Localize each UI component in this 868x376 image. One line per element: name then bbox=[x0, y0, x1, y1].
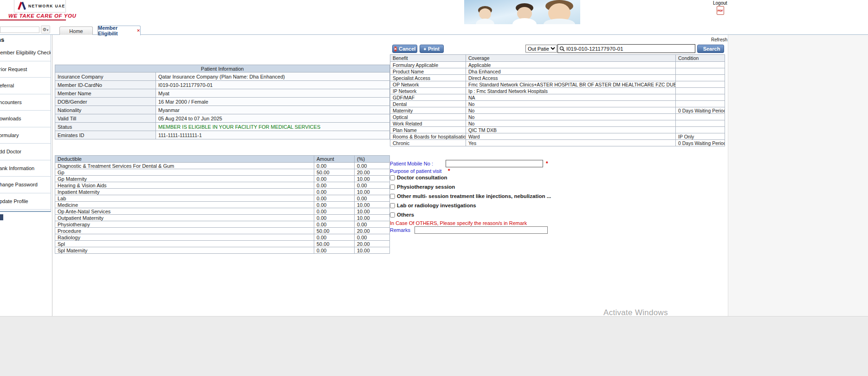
field-label: Status bbox=[55, 123, 156, 131]
checkbox-label: Physiotherapy session bbox=[397, 184, 455, 190]
column-header: Amount bbox=[314, 156, 355, 163]
checkbox-physiotherapy-session[interactable] bbox=[390, 185, 395, 190]
table-row: IP NetworkIp : Fmc Standard Network Hosp… bbox=[390, 88, 725, 94]
sidebar-item-encounters[interactable]: Encounters bbox=[0, 94, 51, 111]
print-button-label: Print bbox=[428, 46, 440, 52]
table-row: Member NameMyat bbox=[55, 89, 390, 98]
printer-icon bbox=[424, 46, 426, 52]
deductible-table: Deductible Amount (%) Diagnostic & Treat… bbox=[55, 155, 390, 254]
table-row: Physiotherapy0.000.00 bbox=[55, 221, 390, 228]
checkbox-other-multi-session[interactable] bbox=[390, 194, 395, 199]
checkbox-row-lab-or-radiology[interactable]: Lab or radiology investigations bbox=[390, 203, 551, 208]
patient-mobile-input[interactable] bbox=[446, 160, 543, 167]
field-value: I019-010-121177970-01 bbox=[156, 81, 390, 89]
checkbox-row-physiotherapy-session[interactable]: Physiotherapy session bbox=[390, 184, 551, 190]
patient-info-title: Patient Information bbox=[55, 65, 390, 73]
sidebar-item-formulary[interactable]: Formulary bbox=[0, 127, 51, 144]
table-row: Inpatient Maternity0.0010.00 bbox=[55, 189, 390, 195]
table-row: NationalityMyanmar bbox=[55, 106, 390, 114]
table-row: Procedure50.0020.00 bbox=[55, 228, 390, 234]
column-header: (%) bbox=[355, 156, 390, 163]
table-row: OP NetworkFmc Standard Network Clinics+A… bbox=[390, 81, 725, 88]
logout-link[interactable]: Logout bbox=[713, 0, 727, 6]
field-value: Myat bbox=[156, 89, 390, 98]
remarks-input[interactable] bbox=[415, 226, 548, 234]
sidebar-item-change-password[interactable]: Change Password bbox=[0, 177, 51, 193]
tab-toolbar-box[interactable] bbox=[0, 26, 39, 33]
patient-info-table: Patient Information Insurance CompanyQat… bbox=[55, 65, 390, 139]
sidebar-item-referral[interactable]: Referral bbox=[0, 78, 51, 94]
table-row: Product NameDha Enhanced bbox=[390, 68, 725, 75]
table-row: Gp Maternity0.0010.00 bbox=[55, 176, 390, 182]
table-row: Rooms & Boards for hospitalisationWardIP… bbox=[390, 133, 725, 140]
checkbox-row-others[interactable]: Others bbox=[390, 212, 551, 218]
checkbox-others[interactable] bbox=[390, 212, 395, 218]
sidebar-item-bank-information[interactable]: Bank Information bbox=[0, 160, 51, 177]
table-row: Radiology0.000.00 bbox=[55, 234, 390, 241]
field-label: Member Name bbox=[55, 89, 156, 98]
table-row: GDF/MAFNA bbox=[390, 94, 725, 101]
right-gutter bbox=[728, 35, 868, 316]
checkbox-label: Doctor consultation bbox=[397, 175, 447, 180]
checkbox-label: Others bbox=[397, 212, 414, 218]
column-header: Condition bbox=[676, 55, 725, 62]
tab-member-eligibility[interactable]: Member Eligibilit ✕ bbox=[97, 26, 141, 35]
sidebar-item-member-eligibility-check[interactable]: Member Eligibility Check bbox=[0, 45, 51, 61]
header-photo-image bbox=[464, 0, 580, 24]
checkbox-label: Other multi- session treatment like inje… bbox=[397, 193, 551, 199]
sidebar-item-prior-request[interactable]: Prior Request bbox=[0, 61, 51, 78]
sidebar-resize-handle[interactable] bbox=[0, 214, 3, 220]
sidebar: Functions Member Eligibility Check Prior… bbox=[0, 35, 51, 212]
patient-mobile-label: Patient Mobile No : bbox=[390, 161, 433, 166]
logo-tagline: WE TAKE CARE OF YOU bbox=[8, 13, 76, 19]
header-photo bbox=[464, 0, 580, 24]
table-header-row: Deductible Amount (%) bbox=[55, 156, 390, 163]
search-field[interactable] bbox=[557, 44, 695, 53]
search-icon bbox=[559, 46, 565, 52]
refresh-link[interactable]: Refresh bbox=[711, 37, 727, 42]
top-header: NETWORK UAE WE TAKE CARE OF YOU Logout P… bbox=[0, 0, 868, 25]
pdf-icon-label: PDF bbox=[718, 9, 723, 12]
benefit-table: Benefit Coverage Condition Formulary App… bbox=[390, 54, 725, 146]
eligibility-status: MEMBER IS ELIGIBLE IN YOUR FACILITY FOR … bbox=[156, 123, 390, 131]
sidebar-item-downloads[interactable]: Downloads bbox=[0, 111, 51, 127]
print-button[interactable]: Print bbox=[420, 45, 444, 53]
table-row: Gp50.0020.00 bbox=[55, 169, 390, 176]
table-row: Member ID-CardNoI019-010-121177970-01 bbox=[55, 81, 390, 89]
sidebar-item-add-doctor[interactable]: Add Doctor bbox=[0, 144, 51, 160]
mobile-required-asterisk: * bbox=[546, 160, 548, 167]
table-row: Diagnostic & Treatment Services For Dent… bbox=[55, 163, 390, 169]
table-row: Specialist AccessDirect Access bbox=[390, 75, 725, 81]
logo-underline bbox=[0, 20, 66, 20]
table-row: Insurance CompanyQatar Insurance Company… bbox=[55, 73, 390, 81]
gear-icon[interactable]: ⚙▾ bbox=[41, 26, 50, 33]
visit-type-select[interactable]: Out Patient bbox=[525, 45, 557, 53]
field-value: 16 Mar 2000 / Female bbox=[156, 98, 390, 106]
table-header-row: Benefit Coverage Condition bbox=[390, 55, 725, 62]
checkbox-row-other-multi-session[interactable]: Other multi- session treatment like inje… bbox=[390, 193, 551, 199]
column-header: Benefit bbox=[390, 55, 466, 62]
logo-network-uae-text: NETWORK UAE bbox=[28, 4, 65, 8]
table-row: Spl Maternity0.0010.00 bbox=[55, 247, 390, 254]
pdf-icon[interactable]: PDF bbox=[717, 6, 724, 15]
table-row: Formulary ApplicableApplicable bbox=[390, 62, 725, 68]
checkbox-row-doctor-consultation[interactable]: Doctor consultation bbox=[390, 175, 551, 180]
search-button[interactable]: Search bbox=[697, 45, 724, 53]
field-label: Valid Till bbox=[55, 114, 156, 123]
logo-v-icon bbox=[18, 2, 26, 10]
close-icon[interactable]: ✕ bbox=[136, 28, 140, 33]
table-row: Medicine0.0010.00 bbox=[55, 202, 390, 208]
tab-member-eligibility-label: Member Eligibilit bbox=[98, 25, 135, 36]
checkbox-lab-or-radiology[interactable] bbox=[390, 203, 395, 208]
tab-home[interactable]: Home bbox=[59, 26, 93, 35]
table-row: DOB/Gender16 Mar 2000 / Female bbox=[55, 98, 390, 106]
field-value: 111-1111-1111111-1 bbox=[156, 131, 390, 139]
table-row: DentalNo bbox=[390, 101, 725, 107]
sidebar-item-update-profile[interactable]: Update Profile bbox=[0, 193, 51, 210]
search-input[interactable] bbox=[566, 46, 693, 52]
field-label: Insurance Company bbox=[55, 73, 156, 81]
checkbox-doctor-consultation[interactable] bbox=[390, 175, 395, 180]
purpose-of-visit-label: Purpose of patient visit bbox=[390, 168, 441, 174]
cancel-button[interactable]: ✕ Cancel bbox=[392, 45, 417, 53]
table-row: MaternityNo0 Days Waiting Period bbox=[390, 107, 725, 114]
